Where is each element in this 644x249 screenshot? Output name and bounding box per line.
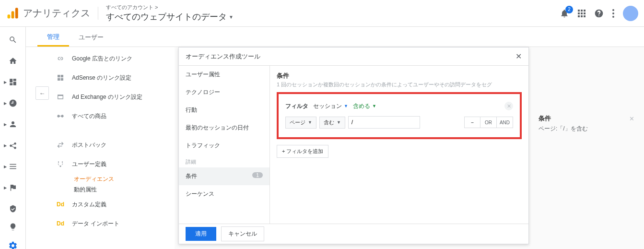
setting-label: Ad Exchange のリンク設定 [72, 93, 142, 101]
logo-box: アナリティクス [6, 7, 98, 20]
crumb-bottom-text: すべてのウェブサイトのデータ [106, 11, 227, 23]
logic-buttons: – OR AND [464, 117, 513, 128]
settings-column: ← Google 広告とのリンク AdSense のリンク設定 Ad Excha… [26, 47, 175, 249]
remove-clause-button[interactable]: – [464, 117, 480, 128]
include-text: 含める [353, 102, 370, 110]
setting-allproducts[interactable]: すべての商品 [57, 107, 175, 126]
rail-home[interactable] [9, 57, 17, 65]
session-select[interactable]: セッション▼ [313, 102, 348, 110]
setting-customdef[interactable]: Ddカスタム定義 [57, 195, 175, 214]
setting-label: データ インポート [72, 220, 119, 228]
setting-dataimport[interactable]: Ddデータ インポート [57, 214, 175, 233]
side-tech[interactable]: テクノロジー [179, 83, 269, 101]
grid-icon [57, 74, 65, 82]
clock-icon [9, 99, 17, 107]
setting-googleads[interactable]: Google 広告とのリンク [57, 49, 175, 68]
cancel-button[interactable]: キャンセル [221, 226, 264, 241]
cond-title: 条件 [277, 71, 522, 80]
side-cond-label: 条件 [186, 173, 197, 179]
rail-search[interactable] [9, 36, 17, 44]
cond-desc: 1 回のセッションか複数回のセッションかの条件によってユーザーやその訪問データを… [277, 81, 522, 88]
header-icons: 2 [560, 6, 638, 21]
setting-label: すべての商品 [72, 112, 106, 120]
or-button[interactable]: OR [480, 117, 497, 128]
apply-button[interactable]: 適用 [186, 227, 216, 241]
op-text: 含む [324, 119, 334, 126]
back-button[interactable]: ← [35, 86, 49, 100]
remove-filter-button[interactable]: ✕ [504, 102, 513, 110]
setting-label: Google 広告とのリンク [72, 55, 132, 63]
svg-rect-1 [12, 11, 14, 18]
svg-rect-0 [8, 14, 11, 18]
avatar[interactable] [623, 6, 638, 21]
dimension-select[interactable]: ページ▼ [285, 117, 316, 129]
modal-sidebar: ユーザー属性 テクノロジー 行動 最初のセッションの日付 トラフィック 詳細 条… [179, 66, 270, 224]
session-text: セッション [313, 102, 342, 110]
swap-icon [57, 141, 65, 149]
tab-user[interactable]: ユーザー [69, 33, 113, 47]
rail-realtime[interactable]: ▶ [9, 99, 17, 107]
summary-text: ページ:「/」を含む [539, 125, 634, 133]
setting-dynattr[interactable]: 動的属性 [57, 184, 175, 195]
summary-title: 条件 [539, 114, 634, 123]
left-rail: ▶ ▶ ▶ ▶ ▶ ▶ [0, 27, 26, 249]
side-cond[interactable]: 条件1 [179, 167, 269, 185]
gear-icon [8, 241, 18, 249]
dd-icon: Dd [57, 220, 65, 227]
apps-button[interactable] [578, 10, 585, 17]
chevron-down-icon: ▼ [229, 14, 234, 20]
rail-audience[interactable]: ▶ [9, 120, 17, 129]
setting-adexchange[interactable]: Ad Exchange のリンク設定 [57, 87, 175, 107]
crumb-top: すべてのアカウント > [106, 4, 234, 11]
dd-icon: Dd [57, 201, 65, 208]
search-icon [9, 36, 17, 44]
close-icon[interactable]: ✕ [629, 115, 634, 122]
modal-header: オーディエンス作成ツール ✕ [179, 47, 528, 66]
attribution-icon [9, 204, 17, 213]
home-icon [9, 57, 17, 65]
rail-admin[interactable] [8, 241, 18, 249]
person-icon [9, 120, 17, 129]
setting-audience[interactable]: オーディエンス [57, 174, 175, 184]
rail-behavior[interactable]: ▶ [9, 162, 17, 171]
side-behavior[interactable]: 行動 [179, 101, 269, 119]
operator-select[interactable]: 含む▼ [319, 117, 345, 129]
value-input[interactable] [348, 116, 420, 129]
svg-rect-2 [15, 8, 18, 18]
rail-acquisition[interactable]: ▶ [9, 141, 17, 150]
modal-title: オーディエンス作成ツール [186, 52, 260, 61]
chevron-down-icon: ▼ [372, 104, 376, 108]
and-button[interactable]: AND [497, 117, 513, 128]
modal-footer: 適用 キャンセル [179, 224, 528, 244]
brand-text: アナリティクス [23, 7, 98, 20]
list-icon [9, 162, 17, 171]
breadcrumb[interactable]: すべてのアカウント > すべてのウェブサイトのデータ ▼ [98, 4, 234, 23]
side-seq[interactable]: シーケンス [179, 185, 269, 203]
setting-postback[interactable]: ポストバック [57, 135, 175, 154]
include-select[interactable]: 含める▼ [353, 102, 376, 110]
side-traffic[interactable]: トラフィック [179, 137, 269, 154]
setting-userdef[interactable]: ユーザー定義 [57, 154, 175, 174]
add-filter-button[interactable]: + フィルタを追加 [277, 145, 328, 158]
summary-panel: ✕ 条件 ページ:「/」を含む [539, 114, 634, 133]
help-button[interactable] [594, 9, 604, 18]
cond-count-badge: 1 [252, 172, 263, 178]
infinity-icon [57, 112, 65, 120]
setting-label: AdSense のリンク設定 [72, 74, 131, 82]
tab-admin[interactable]: 管理 [37, 33, 69, 47]
setting-label: ポストバック [72, 141, 106, 149]
side-firstdate[interactable]: 最初のセッションの日付 [179, 119, 269, 137]
rail-conversion[interactable]: ▶ [9, 183, 17, 192]
side-userattr[interactable]: ユーザー属性 [179, 66, 269, 83]
setting-adsense[interactable]: AdSense のリンク設定 [57, 68, 175, 87]
rail-attribution[interactable] [9, 204, 17, 213]
notifications-button[interactable]: 2 [560, 9, 569, 18]
modal-main: 条件 1 回のセッションか複数回のセッションかの条件によってユーザーやその訪問デ… [270, 66, 528, 224]
rail-discover[interactable] [9, 223, 17, 231]
rail-custom[interactable]: ▶ [9, 78, 17, 86]
chevron-down-icon: ▼ [344, 104, 348, 108]
modal-close-button[interactable]: ✕ [515, 52, 522, 61]
link-icon [57, 55, 65, 62]
more-button[interactable] [612, 9, 614, 18]
dim-text: ページ [290, 119, 305, 126]
